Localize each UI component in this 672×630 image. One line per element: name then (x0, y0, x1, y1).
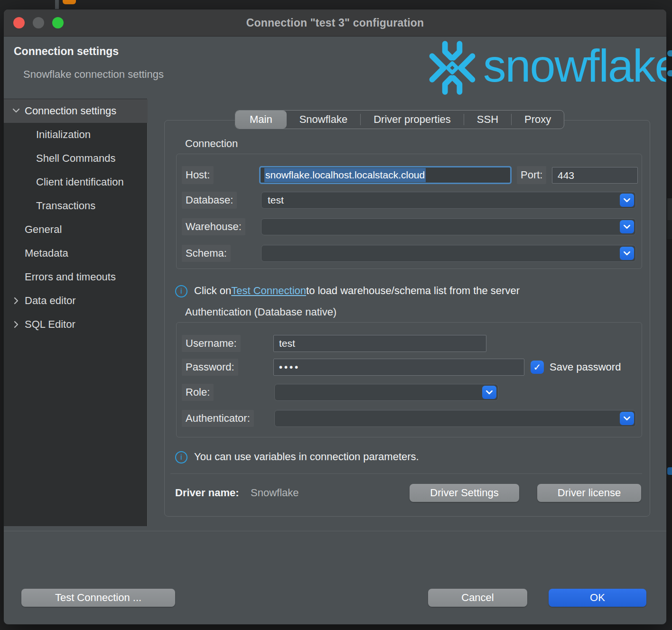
chevron-down-icon (624, 417, 630, 421)
test-connection-link[interactable]: Test Connection (231, 285, 306, 297)
sidebar-item-label: Errors and timeouts (25, 271, 116, 283)
chevron-down-icon (624, 251, 630, 256)
host-label: Host: (182, 166, 214, 184)
zoom-button[interactable] (52, 17, 64, 28)
chevron-right-icon (12, 297, 20, 305)
tab-snowflake[interactable]: Snowflake (287, 111, 361, 129)
database-label: Database: (182, 192, 237, 209)
sidebar-item-data-editor[interactable]: Data editor (4, 289, 148, 313)
sidebar-item-errors-and-timeouts[interactable]: Errors and timeouts (4, 265, 148, 289)
background-fragment (667, 198, 672, 220)
sidebar-item-shell-commands[interactable]: Shell Commands (4, 147, 148, 170)
background-fragment (667, 467, 672, 475)
role-combo[interactable] (274, 384, 498, 401)
schema-dropdown-button[interactable] (620, 247, 634, 260)
auth-group-label: Authentication (Database native) (185, 306, 336, 318)
test-connection-hint: Click on Test Connection to load warehou… (194, 284, 520, 298)
ok-button[interactable]: OK (549, 589, 646, 607)
connection-group-label: Connection (185, 138, 238, 150)
chevron-down-icon (486, 390, 493, 395)
hint-suffix: to load warehouse/schema list from the s… (306, 285, 520, 297)
database-combo[interactable]: test (261, 192, 636, 209)
database-value: test (268, 195, 284, 206)
driver-settings-button[interactable]: Driver Settings (410, 484, 519, 502)
role-label: Role: (182, 384, 214, 401)
username-input[interactable]: test (273, 335, 486, 352)
username-label: Username: (182, 335, 241, 352)
sidebar-item-label: Client identification (36, 176, 124, 188)
snowflake-wordmark: snowflake (483, 39, 667, 93)
minimize-button[interactable] (33, 17, 44, 28)
database-dropdown-button[interactable] (620, 194, 634, 207)
chevron-down-icon[interactable] (11, 106, 21, 116)
driver-license-button[interactable]: Driver license (537, 484, 641, 502)
background-app-icon (63, 0, 76, 4)
sidebar-item-label: Data editor (25, 295, 76, 307)
password-value: •••• (279, 362, 300, 373)
sidebar-item-label: General (25, 223, 62, 236)
chevron-down-icon (624, 225, 630, 229)
sidebar-item-general[interactable]: General (4, 218, 148, 241)
password-label: Password: (182, 359, 238, 376)
chevron-down-icon (624, 198, 630, 203)
sidebar-item-label: Connection settings (25, 105, 116, 117)
sidebar-item-connection-settings[interactable]: Connection settings (4, 99, 148, 123)
sidebar-item-label: Shell Commands (36, 152, 116, 165)
password-input[interactable]: •••• (273, 359, 524, 376)
schema-combo[interactable] (261, 245, 636, 262)
background-fragment (667, 50, 672, 56)
sidebar-item-metadata[interactable]: Metadata (4, 241, 148, 265)
sidebar-item-client-identification[interactable]: Client identification (4, 170, 148, 194)
background-divider (55, 0, 59, 9)
close-button[interactable] (13, 17, 25, 28)
save-password-checkbox[interactable]: ✓ (531, 361, 544, 374)
driver-name-label: Driver name: (175, 484, 239, 502)
snowflake-logo: snowflake (424, 37, 667, 99)
page-subtitle: Snowflake connection settings (23, 68, 164, 81)
screen: Connection "test 3" configuration Connec… (0, 0, 672, 630)
authenticator-label: Authenticator: (182, 410, 254, 427)
chevron-right-icon (12, 321, 20, 328)
sidebar-item-transactions[interactable]: Transactions (4, 194, 148, 218)
background-fragment (667, 70, 672, 76)
schema-label: Schema: (182, 245, 231, 262)
info-icon: i (175, 451, 187, 463)
sidebar-item-label: Initialization (36, 129, 91, 141)
variables-hint: You can use variables in connection para… (194, 450, 419, 464)
sidebar-item-sql-editor[interactable]: SQL Editor (4, 313, 148, 336)
test-connection-button[interactable]: Test Connection ... (21, 589, 175, 607)
authenticator-dropdown-button[interactable] (620, 412, 634, 425)
port-label: Port: (517, 166, 546, 184)
page-title: Connection settings (14, 45, 119, 58)
authenticator-combo[interactable] (274, 410, 636, 427)
info-icon: i (175, 285, 187, 297)
connection-configuration-dialog: Connection "test 3" configuration Connec… (3, 9, 667, 625)
settings-sidebar: Connection settingsInitializationShell C… (4, 99, 148, 526)
tab-driver-properties[interactable]: Driver properties (361, 111, 464, 129)
role-dropdown-button[interactable] (482, 386, 496, 399)
warehouse-label: Warehouse: (182, 218, 245, 235)
chevron-right-icon[interactable] (11, 320, 21, 329)
warehouse-combo[interactable] (261, 218, 636, 235)
port-value: 443 (558, 170, 574, 181)
snowflake-logo-icon (424, 40, 480, 96)
cancel-button[interactable]: Cancel (428, 589, 527, 607)
footer-divider (4, 531, 667, 531)
sidebar-item-label: Transactions (36, 200, 95, 212)
sidebar-item-label: SQL Editor (25, 318, 75, 331)
background-fragment (667, 220, 672, 239)
tab-ssh[interactable]: SSH (464, 111, 511, 129)
warehouse-dropdown-button[interactable] (620, 220, 634, 233)
chevron-right-icon[interactable] (11, 296, 21, 306)
hint-prefix: Click on (194, 285, 231, 297)
username-value: test (279, 338, 295, 349)
tab-main[interactable]: Main (235, 111, 287, 129)
tab-proxy[interactable]: Proxy (512, 111, 564, 129)
sidebar-item-initialization[interactable]: Initialization (4, 123, 148, 147)
port-input[interactable]: 443 (552, 167, 638, 184)
save-password-label: Save password (550, 359, 621, 376)
host-value: snowflake.localhost.localstack.cloud (264, 168, 426, 182)
separator (170, 473, 642, 474)
host-input[interactable]: snowflake.localhost.localstack.cloud (259, 166, 512, 184)
tab-bar: MainSnowflakeDriver propertiesSSHProxy (235, 110, 564, 129)
